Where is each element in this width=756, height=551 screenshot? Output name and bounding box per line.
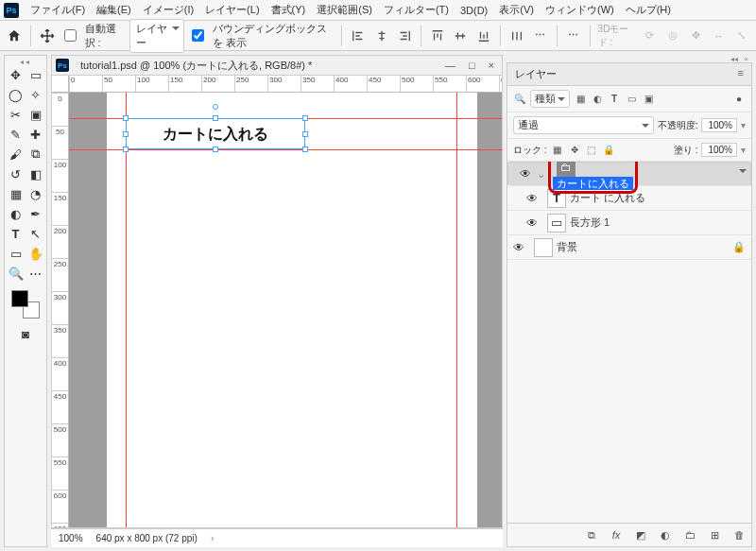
filter-type-icon[interactable]: T xyxy=(608,93,621,106)
menu-3d[interactable]: 3D(D) xyxy=(455,2,493,19)
lock-pixels-icon[interactable]: ▦ xyxy=(551,144,564,157)
lock-icon[interactable]: 🔒 xyxy=(732,241,746,253)
visibility-toggle-icon[interactable]: 👁 xyxy=(507,241,530,254)
minimize-icon[interactable]: — xyxy=(441,60,459,71)
blend-mode-dropdown[interactable]: 通過 xyxy=(513,116,654,134)
3d-scale-icon[interactable]: ⤡ xyxy=(733,26,750,46)
healing-tool[interactable]: ✚ xyxy=(26,125,45,144)
ruler-origin[interactable] xyxy=(52,76,69,93)
document-titlebar[interactable]: Ps tutorial1.psd @ 100% (カートに入れる, RGB/8#… xyxy=(51,55,503,76)
clone-stamp-tool[interactable]: ⧉ xyxy=(26,145,45,164)
layers-panel-tab[interactable]: レイヤー ≡ xyxy=(507,63,751,86)
ruler-vertical[interactable]: 0501001502002503003504004505005506006507… xyxy=(52,93,69,527)
filter-smart-icon[interactable]: ▣ xyxy=(642,93,655,106)
canvas[interactable] xyxy=(107,93,477,528)
align-vcenter-icon[interactable] xyxy=(452,26,469,46)
menu-filter[interactable]: フィルター(T) xyxy=(378,0,455,20)
filter-toggle-icon[interactable]: ● xyxy=(732,93,746,106)
layer-row-group[interactable]: 👁 ⌄ 🗀 カートに入れる xyxy=(507,162,751,186)
align-top-icon[interactable] xyxy=(429,26,446,46)
layer-name-edit[interactable]: カートに入れる xyxy=(553,177,633,190)
gradient-tool[interactable]: ▦ xyxy=(7,184,26,203)
zoom-level[interactable]: 100% xyxy=(59,533,83,543)
status-chevron-icon[interactable]: › xyxy=(211,533,214,543)
move-tool[interactable]: ✥ xyxy=(7,65,26,84)
layer-filter-dropdown[interactable]: 種類 xyxy=(530,90,570,108)
shape-tool[interactable]: ▭ xyxy=(7,244,26,263)
visibility-toggle-icon[interactable]: 👁 xyxy=(514,167,537,181)
menu-bar[interactable]: Ps ファイル(F) 編集(E) イメージ(I) レイヤー(L) 書式(Y) 選… xyxy=(0,0,756,21)
type-tool[interactable]: T xyxy=(7,224,26,243)
guide-vertical[interactable] xyxy=(126,93,127,527)
auto-select-dropdown[interactable]: レイヤー xyxy=(129,19,184,53)
pen-tool[interactable]: ✒ xyxy=(26,204,45,223)
quickmask-icon[interactable]: ◙ xyxy=(16,324,35,343)
move-tool-arrows-icon[interactable] xyxy=(39,26,56,46)
panel-menu-icon[interactable]: ≡ xyxy=(738,67,744,78)
3d-roll-icon[interactable]: ◎ xyxy=(664,26,681,46)
layer-row-background[interactable]: 👁 背景 🔒 xyxy=(507,235,751,260)
path-select-tool[interactable]: ↖ xyxy=(26,224,45,243)
layer-mask-icon[interactable]: ◩ xyxy=(632,527,649,542)
distribute-h-icon[interactable] xyxy=(508,26,525,46)
frame-tool[interactable]: ▣ xyxy=(26,105,45,124)
ruler-horizontal[interactable]: 050100150200250300350400450500550600650 xyxy=(69,76,502,93)
adjustment-layer-icon[interactable]: ◐ xyxy=(657,527,674,542)
artboard-tool[interactable]: ▭ xyxy=(26,65,45,84)
new-layer-icon[interactable]: ⊞ xyxy=(706,527,723,542)
transform-handle[interactable] xyxy=(213,115,218,121)
document-viewport[interactable]: 050100150200250300350400450500550600650 … xyxy=(51,76,503,528)
menu-edit[interactable]: 編集(E) xyxy=(91,0,137,20)
transform-handle[interactable] xyxy=(123,146,129,152)
align-left-icon[interactable] xyxy=(350,26,367,46)
overflow-icon[interactable]: ⋯ xyxy=(564,26,581,46)
eraser-tool[interactable]: ◧ xyxy=(26,164,45,183)
menu-image[interactable]: イメージ(I) xyxy=(137,0,199,20)
rotate-handle[interactable] xyxy=(213,104,218,110)
3d-slide-icon[interactable]: ↔ xyxy=(710,26,727,46)
fill-input[interactable]: 100% xyxy=(701,143,737,157)
transform-handle[interactable] xyxy=(213,146,218,152)
filter-shape-icon[interactable]: ▭ xyxy=(625,93,638,106)
align-bottom-icon[interactable] xyxy=(475,26,492,46)
transform-handle[interactable] xyxy=(123,131,129,137)
filter-adjust-icon[interactable]: ◐ xyxy=(591,93,604,106)
visibility-toggle-icon[interactable]: 👁 xyxy=(521,192,543,205)
menu-select[interactable]: 選択範囲(S) xyxy=(311,0,378,20)
menu-view[interactable]: 表示(V) xyxy=(493,0,540,20)
home-icon[interactable] xyxy=(6,26,23,46)
foreground-color-swatch[interactable] xyxy=(11,290,28,307)
dodge-tool[interactable]: ◐ xyxy=(7,204,26,223)
transform-handle[interactable] xyxy=(302,146,308,152)
guide-vertical[interactable] xyxy=(456,93,457,527)
eyedropper-tool[interactable]: ✎ xyxy=(7,125,26,144)
lock-all-icon[interactable]: 🔒 xyxy=(602,144,615,157)
opacity-input[interactable]: 100% xyxy=(701,118,737,132)
layer-name[interactable]: 背景 xyxy=(557,240,732,254)
align-right-icon[interactable] xyxy=(396,26,413,46)
filter-pixel-icon[interactable]: ▦ xyxy=(574,93,587,106)
new-group-icon[interactable]: 🗀 xyxy=(681,527,698,542)
brush-tool[interactable]: 🖌 xyxy=(7,145,26,164)
close-icon[interactable]: × xyxy=(485,60,498,71)
more-align-icon[interactable]: ⋯ xyxy=(531,26,548,46)
show-bbox-checkbox[interactable] xyxy=(192,29,204,42)
transform-handle[interactable] xyxy=(302,131,308,137)
menu-help[interactable]: ヘルプ(H) xyxy=(620,0,677,20)
zoom-tool[interactable]: 🔍 xyxy=(7,264,26,283)
maximize-icon[interactable]: □ xyxy=(465,60,479,71)
lock-position-icon[interactable]: ✥ xyxy=(568,144,581,157)
3d-pan-icon[interactable]: ✥ xyxy=(687,26,704,46)
hand-tool[interactable]: ✋ xyxy=(26,244,45,263)
lock-artboard-icon[interactable]: ⬚ xyxy=(585,144,598,157)
3d-orbit-icon[interactable]: ⟳ xyxy=(641,26,658,46)
align-hcenter-icon[interactable] xyxy=(372,26,389,46)
transform-handle[interactable] xyxy=(123,115,129,121)
panel-collapse-icon[interactable]: ◂◂ × xyxy=(507,55,752,62)
layer-name[interactable]: 長方形 1 xyxy=(570,215,751,230)
menu-file[interactable]: ファイル(F) xyxy=(25,0,91,20)
menu-layer[interactable]: レイヤー(L) xyxy=(199,0,265,20)
disclosure-icon[interactable]: ⌄ xyxy=(537,168,548,181)
edit-toolbar[interactable]: ⋯ xyxy=(26,264,45,283)
crop-tool[interactable]: ✂ xyxy=(7,105,26,124)
